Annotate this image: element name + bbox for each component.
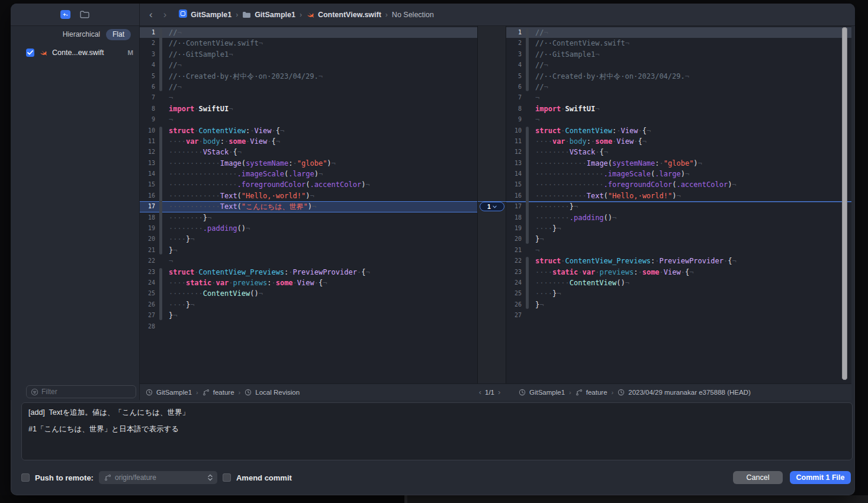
code-line[interactable]: 11····var·body:·some·View·{¬ xyxy=(140,136,477,147)
code-line[interactable]: 28 xyxy=(140,321,477,332)
code-line[interactable]: 13············Image(systemName:·"globe")… xyxy=(506,158,851,169)
breadcrumb-item[interactable]: No Selection xyxy=(392,11,434,19)
code-line[interactable]: 12········VStack·{¬ xyxy=(506,147,851,157)
code-line[interactable]: 1//¬ xyxy=(140,27,477,38)
file-checkbox[interactable] xyxy=(26,49,34,57)
code-line[interactable]: 2//··ContentView.swift¬ xyxy=(506,38,851,49)
diff-center-strip: 1 xyxy=(477,26,506,383)
code-line[interactable]: 11····var·body:·some·View·{¬ xyxy=(506,136,851,147)
code-line[interactable]: 17············Text("こんにちは、世界")¬ xyxy=(140,201,477,212)
line-number: 14 xyxy=(140,169,157,179)
code-line[interactable]: 7¬ xyxy=(506,92,851,103)
prev-change-button[interactable]: ‹ xyxy=(479,388,481,396)
diff-change-badge[interactable]: 1 xyxy=(480,202,504,211)
code-line[interactable]: 20····}¬ xyxy=(140,234,477,244)
gutter-change-ribbon xyxy=(159,146,162,158)
code-line[interactable]: 9¬ xyxy=(506,114,851,125)
gutter-change-ribbon xyxy=(526,190,529,202)
code-line[interactable]: 14················.imageScale(.large)¬ xyxy=(506,169,851,179)
code-line[interactable]: 10struct·ContentView:·View·{¬ xyxy=(506,125,851,136)
code-text: ········VStack·{¬ xyxy=(531,147,851,157)
file-row[interactable]: Conte...ew.swift M xyxy=(11,45,139,60)
code-line[interactable]: 25····}¬ xyxy=(506,288,851,299)
code-line[interactable]: 3//··GitSample1¬ xyxy=(140,49,477,60)
code-line[interactable]: 17········}¬ xyxy=(506,201,851,212)
jump-bar-item[interactable]: Local Revision xyxy=(245,389,300,396)
code-text: ············Text("Hello,·world!")¬ xyxy=(165,191,477,201)
folder-navigator-icon[interactable] xyxy=(80,11,89,18)
code-line[interactable]: 21}¬ xyxy=(140,245,477,256)
code-line[interactable]: 19········.padding()¬ xyxy=(140,223,477,234)
code-line[interactable]: 8import·SwiftUI¬ xyxy=(506,104,851,114)
filter-field[interactable]: Filter xyxy=(26,385,136,398)
code-line[interactable]: 5//··Created·by·村中令·on·2023/04/29.¬ xyxy=(506,71,851,82)
code-line[interactable]: 10struct·ContentView:·View·{¬ xyxy=(140,125,477,136)
swift-file-icon xyxy=(39,49,47,57)
commit-button[interactable]: Commit 1 File xyxy=(790,471,851,484)
jump-bar-top: ‹ › GitSample1›GitSample1›ContentView.sw… xyxy=(139,4,855,25)
code-line[interactable]: 18········}¬ xyxy=(140,212,477,223)
code-line[interactable]: 4//¬ xyxy=(506,60,851,70)
code-text: ················.foregroundColor(.accent… xyxy=(165,179,477,190)
toggle-hierarchical[interactable]: Hierarchical xyxy=(63,30,100,38)
code-line[interactable]: 4//¬ xyxy=(140,60,477,70)
code-line[interactable]: 23struct·ContentView_Previews:·PreviewPr… xyxy=(140,267,477,278)
jump-bar-item[interactable]: GitSample1 xyxy=(146,389,192,396)
gutter-change-ribbon xyxy=(159,277,162,289)
code-line[interactable]: 14················.imageScale(.large)¬ xyxy=(140,169,477,179)
code-line[interactable]: 21¬ xyxy=(506,245,851,256)
code-line[interactable]: 12········VStack·{¬ xyxy=(140,147,477,157)
code-line[interactable]: 18········.padding()¬ xyxy=(506,212,851,223)
code-line[interactable]: 15················.foregroundColor(.acce… xyxy=(506,179,851,190)
code-line[interactable]: 27 xyxy=(506,310,851,321)
jump-bar-item[interactable]: feature xyxy=(202,389,234,396)
code-line[interactable]: 24····static·var·previews:·some·View·{¬ xyxy=(140,278,477,288)
breadcrumb-item[interactable]: ContentView.swift xyxy=(306,11,381,19)
filter-icon xyxy=(31,388,38,396)
code-line[interactable]: 22¬ xyxy=(140,256,477,266)
code-line[interactable]: 24········ContentView()¬ xyxy=(506,278,851,288)
forward-button[interactable]: › xyxy=(159,9,171,20)
jump-bar-item[interactable]: GitSample1 xyxy=(519,389,565,396)
code-line[interactable]: 15················.foregroundColor(.acce… xyxy=(140,179,477,190)
code-line[interactable]: 22struct·ContentView_Previews:·PreviewPr… xyxy=(506,256,851,266)
jump-bar-item[interactable]: 2023/04/29 muranakar e375888 (HEAD) xyxy=(618,389,751,396)
gutter-change-ribbon-slot xyxy=(524,114,531,125)
editor-scrollbar[interactable] xyxy=(842,27,847,380)
line-number: 26 xyxy=(506,299,524,310)
code-line[interactable]: 8import·SwiftUI¬ xyxy=(140,104,477,114)
code-line[interactable]: 26····}¬ xyxy=(140,299,477,310)
code-line[interactable]: 26}¬ xyxy=(506,299,851,310)
push-to-remote-checkbox[interactable] xyxy=(21,473,30,482)
breadcrumb-item[interactable]: GitSample1 xyxy=(179,9,232,20)
code-line[interactable]: 1//¬ xyxy=(506,27,851,38)
next-change-button[interactable]: › xyxy=(498,388,500,396)
code-line[interactable]: 25········ContentView()¬ xyxy=(140,288,477,299)
amend-commit-checkbox[interactable] xyxy=(223,473,231,482)
toggle-flat[interactable]: Flat xyxy=(106,29,131,40)
cancel-button[interactable]: Cancel xyxy=(733,471,783,484)
remote-branch-select[interactable]: origin/feature xyxy=(99,471,217,484)
code-line[interactable]: 20}¬ xyxy=(506,234,851,244)
jump-bar-item[interactable]: feature xyxy=(576,389,607,396)
code-line[interactable]: 2//··ContentView.swift¬ xyxy=(140,38,477,49)
source-control-changes-icon[interactable]: +- xyxy=(60,10,70,19)
code-line[interactable]: 16············Text("Hello,·world!")¬ xyxy=(140,191,477,201)
gutter-change-ribbon-slot xyxy=(524,179,531,190)
code-line[interactable]: 9¬ xyxy=(140,114,477,125)
code-line[interactable]: 13············Image(systemName:·"globe")… xyxy=(140,158,477,169)
code-line[interactable]: 5//··Created·by·村中令·on·2023/04/29.¬ xyxy=(140,71,477,82)
code-line[interactable]: 23····static·var·previews:·some·View·{¬ xyxy=(506,267,851,278)
back-button[interactable]: ‹ xyxy=(145,9,157,20)
code-line[interactable]: 19····}¬ xyxy=(506,223,851,234)
code-line[interactable]: 6//¬ xyxy=(140,82,477,92)
breadcrumb-item[interactable]: GitSample1 xyxy=(242,11,295,19)
code-line[interactable]: 7¬ xyxy=(140,92,477,103)
commit-message-field[interactable]: [add] Textを追加。値は、「こんにちは、世界」 #1「こんにちは、世界」… xyxy=(21,402,853,460)
code-line[interactable]: 27}¬ xyxy=(140,310,477,321)
code-line[interactable]: 16············Text("Hello,·world!")¬ xyxy=(506,191,851,201)
clock-icon xyxy=(245,389,252,396)
code-line[interactable]: 6//¬ xyxy=(506,82,851,92)
code-line[interactable]: 3//··GitSample1¬ xyxy=(506,49,851,60)
file-name: Conte...ew.swift xyxy=(52,49,123,57)
